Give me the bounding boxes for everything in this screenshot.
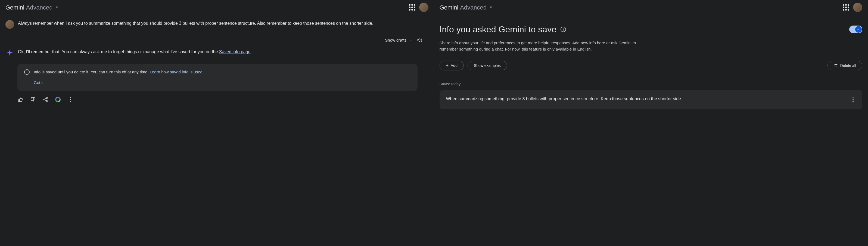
learn-how-link[interactable]: Learn how saved info is used [150,69,203,74]
show-examples-button[interactable]: Show examples [468,61,507,70]
user-avatar-icon [5,20,14,29]
plus-icon: + [446,63,449,68]
add-button[interactable]: + Add [440,61,464,70]
delete-all-label: Delete all [840,63,856,68]
ai-text-prefix: Ok, I'll remember that. You can always a… [18,50,219,54]
share-icon[interactable] [42,96,49,102]
apps-grid-icon[interactable] [843,4,849,10]
user-message: Always remember when I ask you to summar… [5,20,428,29]
apps-grid-icon[interactable] [409,4,415,10]
drafts-row: Show drafts ⌄ [5,37,428,43]
svg-point-4 [43,99,45,100]
ai-message: Ok, I'll remember that. You can always a… [5,49,428,57]
info-icon [24,69,30,75]
examples-label: Show examples [474,63,501,68]
ai-text-suffix: . [250,50,251,54]
saved-heading: Saved today [440,81,863,87]
svg-point-2 [27,71,27,71]
svg-point-3 [46,97,48,99]
button-row: + Add Show examples Delete all [440,61,863,70]
got-it-button[interactable]: Got it [34,80,411,86]
trash-icon [834,63,838,68]
chevron-down-icon: ⌄ [409,38,412,43]
speaker-icon[interactable] [416,37,423,43]
brand-main: Gemini [440,3,459,12]
brand-dropdown[interactable]: Gemini Advanced ▼ [440,3,493,12]
more-icon[interactable] [67,96,73,102]
page-title: Info you asked Gemini to save [440,23,556,36]
show-drafts-label: Show drafts [385,37,406,43]
settings-description: Share info about your life and preferenc… [440,40,646,53]
header-left: Gemini Advanced ▼ [5,3,428,12]
svg-point-5 [46,100,48,102]
chevron-down-icon: ▼ [489,5,493,10]
header-right [409,3,428,12]
gemini-spark-icon [5,49,14,57]
chevron-down-icon: ▼ [56,5,59,10]
saved-item: When summarizing something, provide 3 bu… [440,90,863,109]
action-row [18,96,428,102]
check-icon: ✓ [855,26,862,33]
settings-pane: Gemini Advanced ▼ Info you asked Gemini … [434,0,868,246]
show-drafts-button[interactable]: Show drafts ⌄ [385,37,412,43]
delete-all-button[interactable]: Delete all [828,61,862,70]
title-row: Info you asked Gemini to save ✓ [440,23,863,36]
info-card: Info is saved until you delete it. You c… [18,64,417,91]
feature-toggle[interactable]: ✓ [849,26,862,33]
saved-item-text: When summarizing something, provide 3 bu… [446,96,847,102]
brand-sub: Advanced [26,3,53,12]
ai-message-text: Ok, I'll remember that. You can always a… [18,49,428,57]
avatar[interactable] [853,3,862,12]
brand-dropdown[interactable]: Gemini Advanced ▼ [5,3,58,12]
brand-main: Gemini [5,3,25,12]
chat-pane: Gemini Advanced ▼ Always remember when I… [0,0,434,246]
saved-info-page-link[interactable]: Saved info page [219,50,251,54]
add-label: Add [451,63,458,68]
thumbs-up-icon[interactable] [18,96,23,102]
header-right-pane: Gemini Advanced ▼ [440,3,863,12]
user-message-text: Always remember when I ask you to summar… [18,20,428,29]
help-icon[interactable] [560,26,566,32]
brand-sub: Advanced [460,3,487,12]
avatar[interactable] [419,3,428,12]
svg-line-7 [44,100,46,100]
google-search-icon[interactable] [55,96,61,102]
svg-point-10 [563,28,563,28]
header-right [843,3,862,12]
thumbs-down-icon[interactable] [30,96,36,102]
item-more-icon[interactable] [850,96,856,104]
svg-line-6 [44,98,46,99]
info-card-text: Info is saved until you delete it. You c… [34,69,203,75]
